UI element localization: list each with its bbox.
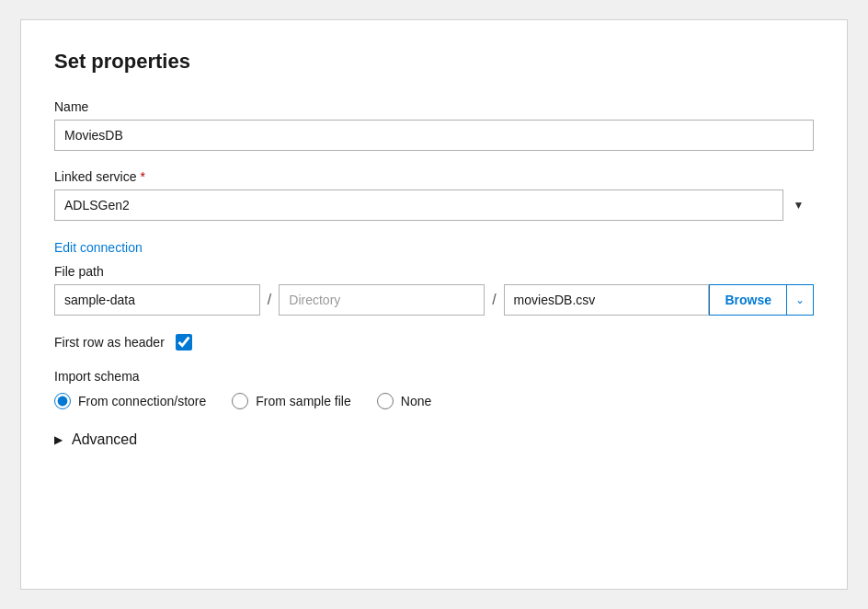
name-input[interactable] <box>54 120 814 151</box>
radio-from-connection[interactable] <box>54 393 71 409</box>
file-path-group: File path / / Browse ⌄ <box>54 264 814 316</box>
radio-none[interactable] <box>377 393 394 409</box>
import-schema-section: Import schema From connection/store From… <box>54 369 814 409</box>
name-field-group: Name <box>54 99 814 151</box>
browse-button[interactable]: Browse <box>709 284 786 316</box>
file-path-segment2-input[interactable] <box>279 284 485 316</box>
linked-service-select-wrapper: ADLSGen2 ▼ <box>54 190 814 221</box>
set-properties-panel: Set properties Name Linked service * ADL… <box>20 19 848 590</box>
browse-btn-group: Browse ⌄ <box>709 284 814 316</box>
required-indicator: * <box>141 169 145 184</box>
radio-from-sample[interactable] <box>232 393 248 409</box>
file-path-segment3-input[interactable] <box>504 284 710 316</box>
advanced-expand-arrow-icon: ▶ <box>54 433 63 446</box>
radio-from-connection-label: From connection/store <box>78 394 206 408</box>
import-schema-radio-group: From connection/store From sample file N… <box>54 393 814 409</box>
file-path-label: File path <box>54 264 814 279</box>
import-schema-label: Import schema <box>54 369 814 384</box>
browse-dropdown-arrow-button[interactable]: ⌄ <box>786 284 814 316</box>
first-row-header-label: First row as header <box>54 335 165 350</box>
advanced-label: Advanced <box>72 431 137 448</box>
first-row-header-group: First row as header <box>54 334 814 350</box>
linked-service-field-group: Linked service * ADLSGen2 ▼ <box>54 169 814 221</box>
file-path-separator-1: / <box>260 292 279 308</box>
edit-connection-link[interactable]: Edit connection <box>54 240 143 255</box>
first-row-header-checkbox[interactable] <box>176 334 192 350</box>
radio-option-none[interactable]: None <box>377 393 431 409</box>
browse-chevron-icon: ⌄ <box>795 293 805 306</box>
name-label: Name <box>54 99 814 114</box>
file-path-separator-2: / <box>485 292 503 308</box>
panel-title: Set properties <box>54 50 814 74</box>
radio-option-from-sample[interactable]: From sample file <box>232 393 350 409</box>
linked-service-label: Linked service * <box>54 169 814 184</box>
advanced-section[interactable]: ▶ Advanced <box>54 431 814 448</box>
radio-from-sample-label: From sample file <box>256 394 350 408</box>
radio-none-label: None <box>401 394 431 408</box>
file-path-segment1-input[interactable] <box>54 284 260 316</box>
linked-service-select[interactable]: ADLSGen2 <box>54 190 814 221</box>
file-path-row: / / Browse ⌄ <box>54 284 814 316</box>
radio-option-from-connection[interactable]: From connection/store <box>54 393 206 409</box>
